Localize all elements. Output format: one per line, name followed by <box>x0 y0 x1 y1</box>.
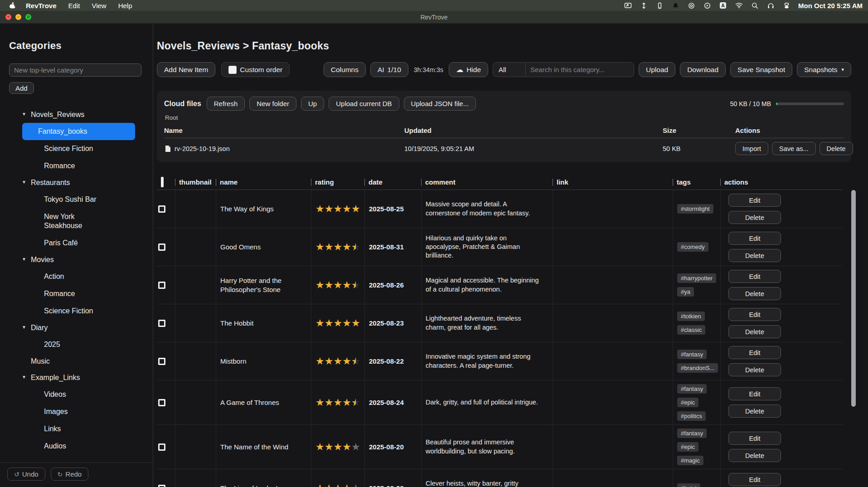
notification-bell-icon[interactable] <box>671 1 679 10</box>
delete-button[interactable]: Delete <box>728 249 781 262</box>
tag-pill[interactable]: #epic <box>677 442 698 452</box>
sidebar-item-fantasy-books[interactable]: Fantasy_books <box>22 123 135 140</box>
delete-file-button[interactable]: Delete <box>820 142 853 155</box>
sidebar-item-novels-reviews[interactable]: ▼Novels_Reviews <box>0 107 153 123</box>
wifi-icon[interactable] <box>735 1 743 10</box>
edit-button[interactable]: Edit <box>728 473 781 486</box>
menu-item-help[interactable]: Help <box>118 2 132 10</box>
row-checkbox[interactable] <box>158 244 165 251</box>
row-checkbox[interactable] <box>158 485 165 487</box>
delete-button[interactable]: Delete <box>728 211 781 224</box>
row-checkbox[interactable] <box>158 320 165 327</box>
tag-pill[interactable]: #epic <box>677 398 698 407</box>
record-icon[interactable] <box>687 1 695 10</box>
rating-stars[interactable]: ★★★★★★ <box>315 280 360 290</box>
sidebar-item-new-york-steakhouse[interactable]: New York Steakhouse <box>0 208 153 234</box>
sidebar-item-diary[interactable]: ▼Diary <box>0 320 153 336</box>
row-checkbox[interactable] <box>158 358 165 365</box>
edit-button[interactable]: Edit <box>728 308 781 321</box>
play-circle-icon[interactable] <box>703 1 711 10</box>
sidebar-item-romance[interactable]: Romance <box>0 285 153 302</box>
menu-item-revtrove[interactable]: RevTrove <box>26 2 57 10</box>
rating-stars[interactable]: ★★★★★ <box>315 442 360 452</box>
sidebar-item-2025[interactable]: 2025 <box>0 336 153 353</box>
search-input[interactable] <box>526 66 634 73</box>
import-file-button[interactable]: Import <box>735 142 768 155</box>
refresh-button[interactable]: Refresh <box>207 97 245 111</box>
edit-button[interactable]: Edit <box>728 194 781 207</box>
upload-json-file-button[interactable]: Upload JSON file... <box>404 97 476 111</box>
hide-cloud-button[interactable]: ☁ Hide <box>449 62 488 77</box>
tag-pill[interactable]: #classic <box>677 325 705 335</box>
sidebar-item-restaurants[interactable]: ▼Restaurants <box>0 175 153 191</box>
sidebar-item-music[interactable]: Music <box>0 353 153 370</box>
expand-triangle-icon[interactable]: ▼ <box>22 325 26 330</box>
cloud-file-name[interactable]: rv-2025-10-19.json <box>164 145 404 152</box>
select-all-checkbox[interactable] <box>161 177 164 187</box>
window-manager-icon[interactable] <box>640 1 648 10</box>
row-checkbox[interactable] <box>158 399 165 406</box>
edit-button[interactable]: Edit <box>728 346 781 359</box>
rating-stars[interactable]: ★★★★★ <box>315 204 360 214</box>
add-category-button[interactable]: Add <box>9 82 34 94</box>
rating-stars[interactable]: ★★★★★★ <box>315 398 360 408</box>
save-snapshot-button[interactable]: Save Snapshot <box>730 62 792 77</box>
undo-button[interactable]: ↺ Undo <box>7 468 45 481</box>
sidebar-item-romance[interactable]: Romance <box>0 157 153 175</box>
search-scope-select[interactable]: All <box>493 63 526 77</box>
delete-button[interactable]: Delete <box>728 363 781 376</box>
tag-pill[interactable]: #heist <box>677 483 700 487</box>
tag-pill[interactable]: #politics <box>677 411 706 421</box>
rating-stars[interactable]: ★★★★★ <box>315 483 360 487</box>
menu-bar-clock[interactable]: Mon Oct 20 5:25 AM <box>798 2 863 10</box>
edit-button[interactable]: Edit <box>728 387 781 400</box>
table-scrollbar[interactable] <box>851 183 856 487</box>
edit-button[interactable]: Edit <box>728 432 781 445</box>
upload-current-db-button[interactable]: Upload current DB <box>329 97 399 111</box>
user-switch-icon[interactable] <box>782 1 790 10</box>
upload-button[interactable]: Upload <box>639 62 675 77</box>
rating-stars[interactable]: ★★★★★★ <box>315 356 360 366</box>
sidebar-item-science-fiction[interactable]: Science Fiction <box>0 140 153 157</box>
sidebar-item-movies[interactable]: ▼Movies <box>0 252 153 268</box>
edit-button[interactable]: Edit <box>728 232 781 245</box>
delete-button[interactable]: Delete <box>728 287 781 300</box>
add-new-item-button[interactable]: Add New Item <box>157 62 215 77</box>
row-checkbox[interactable] <box>158 282 165 289</box>
sidebar-item-links[interactable]: Links <box>0 420 153 438</box>
expand-triangle-icon[interactable]: ▼ <box>22 257 26 262</box>
sidebar-item-videos[interactable]: Videos <box>0 386 153 403</box>
rating-stars[interactable]: ★★★★★★ <box>315 242 360 252</box>
tag-pill[interactable]: #harrypotter <box>677 273 716 283</box>
apple-menu-icon[interactable] <box>9 2 16 10</box>
ai-button[interactable]: AI 1/10 <box>370 62 408 77</box>
redo-button[interactable]: ↻ Redo <box>51 468 89 481</box>
columns-button[interactable]: Columns <box>324 62 366 77</box>
rating-stars[interactable]: ★★★★★ <box>315 318 360 328</box>
screen-mirroring-icon[interactable] <box>624 1 632 10</box>
delete-button[interactable]: Delete <box>728 325 781 338</box>
sidebar-item-action[interactable]: Action <box>0 268 153 285</box>
new-folder-button[interactable]: New folder <box>249 97 296 111</box>
download-button[interactable]: Download <box>680 62 726 77</box>
tag-pill[interactable]: #tolkien <box>677 312 705 321</box>
sidebar-item-science-fiction[interactable]: Science Fiction <box>0 302 153 320</box>
up-button[interactable]: Up <box>301 97 324 111</box>
expand-triangle-icon[interactable]: ▼ <box>22 375 26 380</box>
tag-pill[interactable]: #fantasy <box>677 350 707 359</box>
row-checkbox[interactable] <box>158 443 165 451</box>
new-category-input[interactable] <box>9 63 141 77</box>
input-source-a-icon[interactable]: A <box>719 1 727 10</box>
sidebar-item-paris-caf-[interactable]: Paris Café <box>0 234 153 252</box>
custom-order-toggle[interactable]: Custom order <box>221 62 290 77</box>
edit-button[interactable]: Edit <box>728 270 781 283</box>
headphones-icon[interactable] <box>766 1 775 10</box>
sidebar-item-images[interactable]: Images <box>0 403 153 420</box>
sidebar-item-example-links[interactable]: ▼Example_Links <box>0 370 153 386</box>
save-as-file-button[interactable]: Save as... <box>772 142 815 155</box>
sidebar-item-tokyo-sushi-bar[interactable]: Tokyo Sushi Bar <box>0 191 153 208</box>
tag-pill[interactable]: #comedy <box>677 242 708 252</box>
tag-pill[interactable]: #ya <box>677 287 694 297</box>
spotlight-search-icon[interactable] <box>751 1 759 10</box>
row-checkbox[interactable] <box>158 205 165 213</box>
